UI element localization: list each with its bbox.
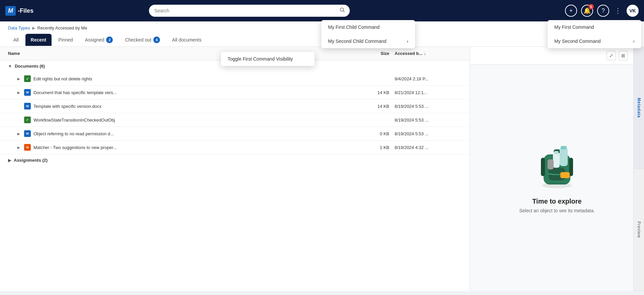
group-label: Assignments (2) bbox=[14, 158, 48, 163]
file-icon: ✓ bbox=[24, 117, 31, 123]
expand-icon[interactable]: ▶ bbox=[16, 131, 21, 136]
menu-item-second-command[interactable]: My Second Command › bbox=[548, 34, 641, 48]
top-navigation: M -Files + 🔔 6 ? ⋮ VK bbox=[0, 0, 644, 21]
file-icon: W bbox=[24, 89, 31, 96]
file-name: Edit rights but not delete rights bbox=[33, 76, 92, 81]
file-accessed: 8/19/2024 5:53 ... bbox=[395, 104, 462, 109]
user-initials: VK bbox=[629, 8, 636, 13]
tab-assigned[interactable]: Assigned 2 bbox=[80, 33, 118, 47]
layout-button[interactable]: ⊞ bbox=[619, 51, 628, 60]
panel-actions: ⤢ ⊞ bbox=[470, 47, 644, 65]
plus-icon: + bbox=[569, 7, 573, 14]
tab-checked-out[interactable]: Checked out 4 bbox=[119, 33, 165, 47]
explore-title: Time to explore bbox=[532, 198, 581, 205]
breadcrumb-separator: ▶ bbox=[32, 25, 35, 30]
tab-metadata[interactable]: Metadata bbox=[634, 47, 644, 169]
logo[interactable]: M -Files bbox=[5, 6, 33, 16]
notifications-button[interactable]: 🔔 6 bbox=[581, 5, 593, 17]
explore-subtitle: Select an object to see its metadata. bbox=[519, 208, 595, 213]
col-header-size: Size bbox=[368, 51, 395, 56]
file-name: Object referring to no read permission d… bbox=[33, 131, 114, 136]
file-name: Template with specific version.docx bbox=[33, 104, 101, 109]
search-icon bbox=[340, 7, 345, 14]
tab-all[interactable]: All bbox=[8, 34, 24, 46]
explore-area: Time to explore Select an object to see … bbox=[470, 65, 644, 291]
search-input[interactable] bbox=[149, 5, 350, 17]
file-size: 1 KB bbox=[368, 145, 395, 150]
svg-rect-7 bbox=[560, 148, 568, 166]
file-accessed: 8/19/2024 5:53 ... bbox=[395, 131, 462, 136]
table-row[interactable]: ▶ M Matcher - Two suggestions to new pro… bbox=[0, 141, 470, 154]
file-name: WorkflowStateTransitionInCheckedOutObj bbox=[33, 118, 115, 123]
file-icon: W bbox=[24, 103, 31, 109]
file-accessed: 9/4/2024 2:18 P... bbox=[395, 76, 462, 81]
menu-item-toggle-visibility[interactable]: Toggle First Command Visibility bbox=[221, 52, 315, 66]
svg-rect-11 bbox=[548, 159, 554, 169]
right-panel: ⤢ ⊞ bbox=[470, 47, 644, 291]
file-size: 14 KB bbox=[368, 104, 395, 109]
question-icon: ? bbox=[601, 7, 605, 14]
more-options-button[interactable]: ⋮ bbox=[613, 5, 623, 16]
col-header-accessed[interactable]: Accessed b... ↓ bbox=[395, 51, 462, 56]
group-assignments[interactable]: ▶ Assignments (2) bbox=[0, 154, 470, 166]
breadcrumb-parent[interactable]: Data Types bbox=[8, 25, 30, 30]
context-menu-top-commands: My First Command My Second Command › bbox=[548, 20, 641, 48]
file-accessed: 8/19/2024 4:32 ... bbox=[395, 145, 462, 150]
breadcrumb-current: Recently Accessed by Me bbox=[37, 25, 87, 30]
first-child-command-label: My First Child Command bbox=[328, 24, 380, 30]
menu-item-second-child-command[interactable]: My Second Child Command › bbox=[321, 34, 415, 48]
menu-item-first-child-command[interactable]: My First Child Command bbox=[321, 20, 415, 34]
submenu-arrow-icon: › bbox=[407, 39, 408, 44]
tab-recent[interactable]: Recent bbox=[25, 34, 52, 46]
file-icon: M bbox=[24, 144, 31, 151]
expand-panel-button[interactable]: ⤢ bbox=[607, 51, 616, 60]
layout-icon: ⊞ bbox=[621, 53, 625, 58]
chevron-down-icon: ▼ bbox=[8, 64, 12, 69]
expand-icon[interactable]: ▶ bbox=[16, 90, 21, 95]
vertical-tabs: Metadata Preview bbox=[633, 47, 644, 291]
file-name: Matcher - Two suggestions to new proper.… bbox=[33, 145, 116, 150]
tab-preview[interactable]: Preview bbox=[634, 169, 644, 291]
second-child-command-label: My Second Child Command bbox=[328, 39, 386, 44]
file-icon: ✓ bbox=[24, 75, 31, 82]
svg-rect-9 bbox=[553, 153, 560, 168]
svg-rect-5 bbox=[541, 158, 545, 176]
svg-point-13 bbox=[542, 183, 572, 188]
svg-rect-12 bbox=[560, 172, 570, 178]
nav-actions: + 🔔 6 ? ⋮ VK bbox=[565, 5, 639, 17]
checked-out-badge: 4 bbox=[153, 36, 160, 43]
svg-line-1 bbox=[343, 11, 345, 12]
user-avatar[interactable]: VK bbox=[627, 5, 639, 17]
search-container bbox=[149, 5, 350, 17]
context-menu-toggle-visibility: Toggle First Command Visibility bbox=[221, 52, 315, 66]
submenu-arrow-icon-2: › bbox=[633, 39, 635, 44]
main-area: Name Size Accessed b... ↓ ▼ Documents (6… bbox=[0, 47, 644, 291]
notification-badge: 6 bbox=[588, 4, 594, 9]
tab-pinned[interactable]: Pinned bbox=[53, 34, 78, 46]
table-row[interactable]: ▶ W Object referring to no read permissi… bbox=[0, 127, 470, 141]
file-name: Document that has specific template vers… bbox=[33, 90, 117, 95]
backpack-illustration bbox=[530, 143, 584, 190]
svg-rect-10 bbox=[554, 151, 559, 154]
menu-item-first-command[interactable]: My First Command bbox=[548, 20, 641, 34]
help-button[interactable]: ? bbox=[597, 5, 609, 17]
expand-icon[interactable]: ▶ bbox=[16, 145, 21, 150]
file-accessed: 8/21/2024 12:1... bbox=[395, 90, 462, 95]
table-row[interactable]: ▶ ✓ WorkflowStateTransitionInCheckedOutO… bbox=[0, 113, 470, 127]
file-size: 14 KB bbox=[368, 90, 395, 95]
svg-rect-8 bbox=[561, 146, 567, 149]
expand-icon[interactable]: ▶ bbox=[16, 76, 21, 81]
sort-arrow-icon: ↓ bbox=[424, 51, 426, 56]
expand-icon: ⤢ bbox=[609, 53, 613, 58]
logo-text: -Files bbox=[18, 7, 33, 14]
table-row[interactable]: ▶ W Template with specific version.docx … bbox=[0, 99, 470, 113]
second-command-label: My Second Command bbox=[554, 39, 601, 44]
context-menu-child-commands: My First Child Command My Second Child C… bbox=[321, 20, 415, 48]
chevron-right-icon: ▶ bbox=[8, 158, 11, 163]
add-button[interactable]: + bbox=[565, 5, 577, 17]
tab-all-documents[interactable]: All documents bbox=[167, 34, 207, 46]
assigned-badge: 2 bbox=[106, 36, 113, 43]
group-label: Documents (6) bbox=[15, 64, 45, 69]
table-row[interactable]: ▶ ✓ Edit rights but not delete rights 9/… bbox=[0, 72, 470, 86]
table-row[interactable]: ▶ W Document that has specific template … bbox=[0, 86, 470, 99]
